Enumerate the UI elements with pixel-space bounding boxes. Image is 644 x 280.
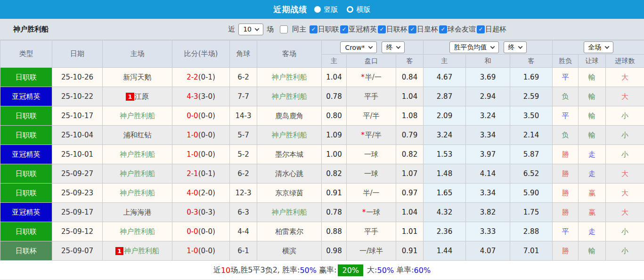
- match-row: 日职联 25-09-27 神户胜利船 2-1(0-1) 6-2 清水心跳 0.8…: [0, 164, 644, 184]
- asian-odds-time-select[interactable]: 终: [382, 41, 405, 53]
- checkbox-icon[interactable]: ✓: [310, 25, 318, 33]
- home-team-cell[interactable]: 浦和红钻: [103, 126, 172, 145]
- recent-count-value: 10: [243, 25, 252, 33]
- competition-filter[interactable]: ✓日超杯: [477, 25, 506, 34]
- recent-count-select[interactable]: 10: [238, 24, 263, 35]
- checkbox-icon[interactable]: ✓: [477, 25, 485, 33]
- away-team-name[interactable]: 柏雷素尔: [275, 227, 303, 236]
- asian-home-odds: 1.09: [322, 126, 347, 145]
- competition-filter[interactable]: ✓日联杯: [378, 25, 408, 34]
- away-team-cell[interactable]: 神户胜利船: [257, 203, 322, 222]
- goals-result-cell: 大: [606, 68, 644, 87]
- asian-home-odds: 1.04: [322, 68, 347, 87]
- home-team-name[interactable]: 神户胜利船: [120, 227, 155, 236]
- home-team-name[interactable]: 神户胜利船: [120, 189, 155, 197]
- home-team-cell[interactable]: 1神户胜利船: [103, 241, 172, 261]
- home-team-name[interactable]: 神户胜利船: [120, 112, 155, 120]
- scope-select[interactable]: 全场: [584, 41, 613, 53]
- fulltime-score: 2-2: [187, 73, 198, 81]
- match-row: 日职联 25-10-26 新泻天鹅 2-2(0-1) 6-2 神户胜利船 1.0…: [0, 68, 644, 87]
- home-team-name[interactable]: 浦和红钻: [123, 131, 152, 139]
- fulltime-score: 0-3: [187, 208, 198, 216]
- away-team-name[interactable]: 神户胜利船: [272, 208, 307, 216]
- result-cell: 负: [553, 87, 579, 106]
- home-team-name[interactable]: 神户胜利船: [120, 169, 155, 178]
- competition-type-cell: 亚冠精英: [0, 203, 52, 222]
- view-option[interactable]: 竖版: [314, 5, 338, 14]
- away-team-cell[interactable]: 墨尔本城: [257, 145, 322, 164]
- euro-draw-odds: 4.14: [466, 164, 510, 184]
- date-cell: 25-09-07: [52, 241, 103, 261]
- away-team-cell[interactable]: 柏雷素尔: [257, 222, 322, 241]
- goals-result-cell: 大: [606, 203, 644, 222]
- odds-company-select[interactable]: Crow*: [340, 41, 376, 53]
- radio-icon[interactable]: [347, 6, 353, 13]
- same-venue-checkbox[interactable]: [280, 25, 288, 33]
- asian-handicap-line: 一/球半: [347, 241, 396, 261]
- away-team-cell[interactable]: 横滨: [257, 241, 322, 261]
- goals-result-cell: 小: [606, 222, 644, 241]
- home-team-cell[interactable]: 上海海港: [103, 203, 172, 222]
- radio-icon[interactable]: [314, 6, 321, 13]
- away-team-cell[interactable]: 清水心跳: [257, 164, 322, 184]
- subheader-euro-draw: 和: [466, 55, 510, 68]
- away-team-cell[interactable]: 神户胜利船: [257, 126, 322, 145]
- summary-segment: 50%: [377, 266, 394, 275]
- away-team-name[interactable]: 墨尔本城: [275, 150, 303, 159]
- score-cell: 4-3(3-0): [172, 87, 230, 106]
- asian-away-odds: 0.97: [396, 184, 424, 203]
- away-team-name[interactable]: 鹿岛鹿角: [275, 112, 303, 120]
- header-away: 客场: [257, 40, 322, 68]
- home-team-cell[interactable]: 神户胜利船: [103, 164, 172, 184]
- away-team-name[interactable]: 神户胜利船: [272, 131, 307, 139]
- home-team-name[interactable]: 神户胜利船: [124, 247, 159, 255]
- home-team-name[interactable]: 新泻天鹅: [123, 73, 152, 81]
- away-team-cell[interactable]: 神户胜利船: [257, 87, 322, 106]
- home-team-cell[interactable]: 新泻天鹅: [103, 68, 172, 87]
- home-team-cell[interactable]: 神户胜利船: [103, 184, 172, 203]
- asian-home-odds: 0.82: [322, 164, 347, 184]
- away-team-cell[interactable]: 神户胜利船: [257, 68, 322, 87]
- away-team-name[interactable]: 横滨: [282, 247, 296, 255]
- home-team-cell[interactable]: 神户胜利船: [103, 222, 172, 241]
- competition-filter[interactable]: ✓亚冠精英: [340, 25, 377, 34]
- away-team-name[interactable]: 清水心跳: [275, 169, 303, 178]
- score-cell: 4-0(2-0): [172, 184, 230, 203]
- home-team-cell[interactable]: 1江原: [103, 87, 172, 106]
- checkbox-icon[interactable]: ✓: [408, 25, 416, 33]
- competition-filter[interactable]: ✓球会友谊: [439, 25, 476, 34]
- competition-filter-label: 亚冠精英: [349, 25, 377, 34]
- competition-filter[interactable]: ✓日职联: [310, 25, 339, 34]
- competition-type-label: 日联杯: [16, 247, 37, 255]
- away-team-name[interactable]: 神户胜利船: [272, 73, 307, 81]
- home-team-name[interactable]: 江原: [135, 92, 149, 101]
- corners-cell: 5-7: [230, 126, 257, 145]
- away-team-name[interactable]: 神户胜利船: [272, 92, 307, 101]
- handicap-line-text: 半/一: [365, 73, 382, 81]
- euro-draw-odds: 3.24: [466, 106, 510, 126]
- competition-filter[interactable]: ✓日皇杯: [408, 25, 438, 34]
- handicap-result-cell: 輸: [579, 126, 606, 145]
- corners-cell: 14-3: [230, 106, 257, 126]
- view-option[interactable]: 横版: [347, 5, 371, 14]
- euro-odds-time-select[interactable]: 终: [504, 41, 527, 53]
- score-cell: 1-0(0-0): [172, 126, 230, 145]
- away-team-cell[interactable]: 鹿岛鹿角: [257, 106, 322, 126]
- euro-draw-odds: 4.07: [466, 241, 510, 261]
- home-team-name[interactable]: 上海海港: [123, 208, 152, 216]
- euro-odds-select[interactable]: 胜平负均值: [449, 41, 499, 53]
- checkbox-icon[interactable]: ✓: [340, 25, 348, 33]
- summary-segment: 场,胜5平3负2, 胜率:: [230, 265, 300, 275]
- same-venue-label[interactable]: 同主: [292, 25, 306, 34]
- euro-away-odds: 2.14: [510, 126, 553, 145]
- home-team-cell[interactable]: 神户胜利船: [103, 106, 172, 126]
- asian-handicap-line: *平/半: [347, 126, 396, 145]
- away-team-name[interactable]: 东京绿茵: [275, 189, 303, 197]
- euro-home-odds: 2.36: [424, 222, 466, 241]
- checkbox-icon[interactable]: ✓: [439, 25, 447, 33]
- results-tbody: 日职联 25-10-26 新泻天鹅 2-2(0-1) 6-2 神户胜利船 1.0…: [0, 68, 644, 261]
- away-team-cell[interactable]: 东京绿茵: [257, 184, 322, 203]
- home-team-name[interactable]: 神户胜利船: [120, 150, 155, 159]
- home-team-cell[interactable]: 神户胜利船: [103, 145, 172, 164]
- checkbox-icon[interactable]: ✓: [378, 25, 386, 33]
